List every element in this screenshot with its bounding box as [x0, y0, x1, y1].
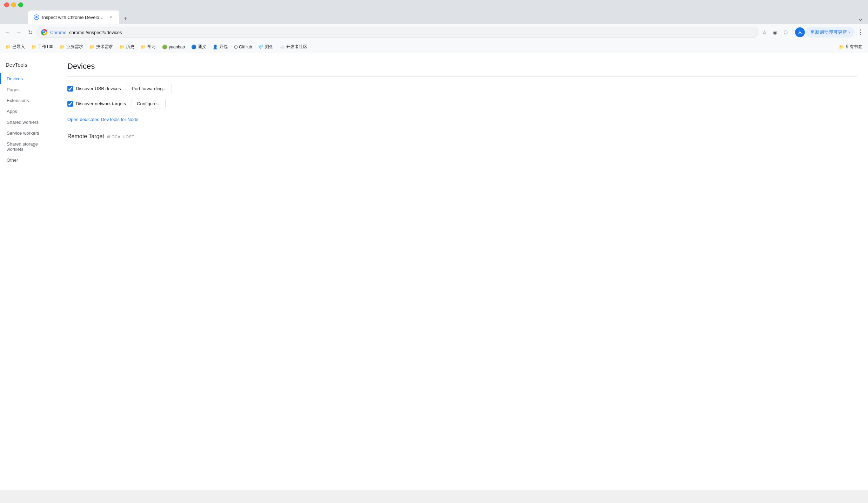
bookmark-item[interactable]: 📁 学习 [138, 42, 159, 51]
bookmark-label: 豆包 [219, 44, 228, 50]
discover-network-checkbox[interactable] [67, 101, 73, 107]
bookmark-item[interactable]: ⬡ GitHub [231, 43, 255, 51]
folder-icon: 📁 [141, 45, 146, 49]
chrome-logo-icon [41, 29, 47, 35]
bookmark-label: 技术需求 [96, 44, 113, 50]
tab-title: Inspect with Chrome Develop… [42, 15, 105, 20]
all-bookmarks-label: 所有书签 [846, 44, 862, 50]
sidebar-item-other[interactable]: Other [0, 155, 56, 166]
address-text: chrome://inspect/#devices [69, 30, 754, 35]
sidebar-item-pages[interactable]: Pages [0, 84, 56, 95]
reload-button[interactable]: ↻ [25, 27, 35, 37]
divider [793, 29, 793, 36]
discover-network-label[interactable]: Discover network targets [67, 101, 126, 107]
bookmark-label: GitHub [239, 45, 252, 49]
folder-icon: 📁 [31, 45, 36, 49]
yuanbao-icon: 🟢 [162, 45, 167, 49]
bookmark-item[interactable]: 📁 业务需求 [57, 42, 86, 51]
folder-icon: 📁 [6, 45, 11, 49]
sidebar-title: DevTools [0, 59, 56, 73]
restart-button[interactable]: 重新启动即可更新 › [806, 27, 855, 38]
sidebar-item-extensions[interactable]: Extensions [0, 95, 56, 106]
open-node-devtools-link[interactable]: Open dedicated DevTools for Node [67, 117, 138, 122]
juejin-icon: 💎 [258, 45, 263, 49]
back-button[interactable]: ← [3, 27, 13, 37]
bookmark-label: 业务需求 [66, 44, 83, 50]
traffic-lights [4, 2, 23, 7]
bookmark-label: 历史 [126, 44, 134, 50]
bookmark-item[interactable]: 💎 掘金 [255, 42, 276, 51]
bookmark-item[interactable]: 📁 历史 [116, 42, 137, 51]
sidebar-item-shared-workers[interactable]: Shared workers [0, 117, 56, 128]
bookmark-label: 开发者社区 [286, 44, 307, 50]
bookmark-item[interactable]: 📁 技术需求 [87, 42, 116, 51]
maximize-button[interactable] [18, 2, 23, 7]
bookmarks-bar: 📁 已导入 📁 工作100 📁 业务需求 📁 技术需求 📁 历史 📁 学习 🟢 … [0, 41, 868, 53]
bookmark-label: 工作100 [38, 44, 53, 50]
bookmark-label: 已导入 [12, 44, 25, 50]
star-button[interactable]: ☆ [760, 27, 769, 37]
forward-button[interactable]: → [14, 27, 24, 37]
folder-icon: 📁 [119, 45, 125, 49]
remote-target-badge: #LOCALHOST [107, 135, 134, 139]
new-tab-button[interactable]: + [121, 14, 131, 24]
chrome-brand-label: Chrome [50, 30, 66, 35]
bookmark-label: 通义 [198, 44, 206, 50]
folder-icon: 📁 [839, 45, 844, 49]
sidebar-item-devices[interactable]: Devices [0, 73, 56, 84]
address-bar[interactable]: Chrome chrome://inspect/#devices [36, 27, 758, 38]
page-content: DevTools Devices Pages Extensions Apps S… [0, 53, 868, 490]
minimize-button[interactable] [11, 2, 16, 7]
bookmark-label: 学习 [147, 44, 156, 50]
discover-usb-label[interactable]: Discover USB devices [67, 86, 121, 92]
chrome-menu-icon[interactable]: ⌄ [856, 13, 865, 24]
bookmark-item[interactable]: 🟢 yuanbao [159, 43, 188, 51]
bookmark-label: 掘金 [265, 44, 273, 50]
remote-target-header: Remote Target #LOCALHOST [67, 133, 857, 140]
bookmark-item[interactable]: 🔵 通义 [188, 42, 209, 51]
bookmark-item[interactable]: 📁 已导入 [3, 42, 28, 51]
tab-close-icon[interactable]: × [108, 14, 114, 20]
chrome-toolbar: ← → ↻ Chrome chrome://inspect/#devices ☆… [0, 24, 868, 41]
bookmark-item[interactable]: 👤 豆包 [210, 42, 231, 51]
sidebar: DevTools Devices Pages Extensions Apps S… [0, 53, 56, 490]
devcom-icon: ☁️ [280, 45, 285, 49]
profile-button[interactable]: 人 [795, 27, 805, 37]
doubao-icon: 👤 [213, 45, 218, 49]
close-button[interactable] [4, 2, 9, 7]
remote-target-title: Remote Target [67, 133, 104, 140]
discover-usb-row: Discover USB devices Port forwarding... [67, 84, 857, 93]
tongyi-icon: 🔵 [191, 45, 196, 49]
active-tab[interactable]: Inspect with Chrome Develop… × [28, 11, 119, 24]
sidebar-item-shared-storage-worklets[interactable]: Shared storage worklets [0, 139, 56, 155]
bookmark-label: yuanbao [169, 45, 185, 49]
folder-icon: 📁 [60, 45, 65, 49]
bookmark-item[interactable]: 📁 工作100 [28, 42, 56, 51]
page-title: Devices [67, 62, 857, 77]
tab-favicon [34, 14, 39, 20]
discover-usb-checkbox[interactable] [67, 86, 73, 92]
devtools-button[interactable]: ◉ [770, 27, 780, 37]
port-forwarding-button[interactable]: Port forwarding... [127, 84, 172, 93]
toolbar-actions: ☆ ◉ ⬡ 人 重新启动即可更新 › ⋮ [760, 27, 865, 38]
sidebar-item-service-workers[interactable]: Service workers [0, 128, 56, 139]
chrome-menu-button[interactable]: ⋮ [855, 27, 865, 37]
configure-button[interactable]: Configure... [132, 99, 166, 108]
github-icon: ⬡ [234, 45, 238, 49]
discover-network-row: Discover network targets Configure... [67, 99, 857, 108]
extensions-button[interactable]: ⬡ [781, 27, 790, 37]
folder-icon: 📁 [89, 45, 95, 49]
bookmark-item[interactable]: ☁️ 开发者社区 [277, 42, 310, 51]
sidebar-item-apps[interactable]: Apps [0, 106, 56, 117]
main-content: Devices Discover USB devices Port forwar… [56, 53, 868, 490]
svg-point-1 [35, 16, 38, 18]
svg-point-4 [43, 31, 45, 33]
all-bookmarks-button[interactable]: 📁 所有书签 [836, 42, 865, 51]
